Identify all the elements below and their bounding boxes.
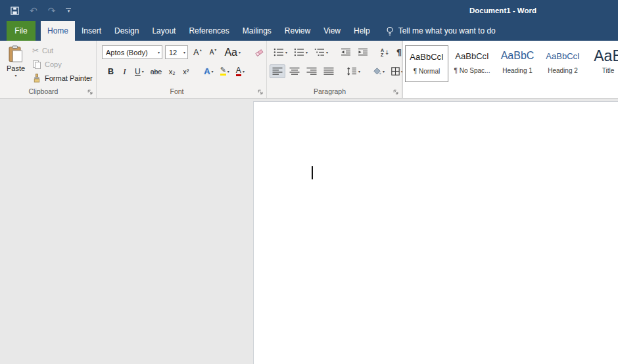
clipboard-small-buttons: ✂ Cut Copy Format Painter [30,43,95,85]
tab-review[interactable]: Review [278,21,317,41]
bullets-button[interactable]: ▾ [271,45,290,59]
font-family-dropdown-icon: ▾ [158,50,160,55]
style-no-spacing-preview: AaBbCcI [450,47,494,65]
tab-help[interactable]: Help [347,21,377,41]
align-right-button[interactable] [304,64,320,78]
font-size-value: 12 [169,49,177,57]
text-effects-dropdown-icon: ▾ [212,69,214,74]
text-effects-button[interactable]: A ▾ [201,64,216,78]
tab-home[interactable]: Home [41,21,75,41]
increase-indent-button[interactable] [355,45,371,59]
underline-label: U [135,67,141,76]
paste-button[interactable]: Paste ▾ [4,44,28,86]
sort-a-label: A [381,48,384,53]
paste-dropdown-icon[interactable]: ▾ [14,73,16,78]
style-normal-name: ¶ Normal [406,68,448,75]
font-family-combobox[interactable]: Aptos (Body) ▾ [102,45,162,59]
styles-group: AaBbCcI ¶ Normal AaBbCcI ¶ No Spac... Aa… [402,41,618,98]
font-dialog-launcher[interactable] [258,89,264,95]
tab-insert[interactable]: Insert [75,21,108,41]
text-highlight-button[interactable]: ✎ ▾ [218,64,232,78]
tab-design[interactable]: Design [108,21,145,41]
style-heading-2-name: Heading 2 [541,67,584,74]
clipboard-dialog-launcher[interactable] [87,89,93,95]
ribbon-tab-bar: File Home Insert Design Layout Reference… [0,21,618,41]
tab-layout[interactable]: Layout [145,21,182,41]
copy-label: Copy [45,60,62,68]
ribbon: Paste ▾ ✂ Cut Copy Format Painter Clipbo… [0,41,618,99]
sort-arrow-icon: ↓ [385,49,390,56]
style-heading-2-preview: AaBbCcI [541,47,584,65]
style-heading-2[interactable]: AaBbCcI Heading 2 [541,45,584,82]
strikethrough-button[interactable]: abe [148,64,165,78]
font-group-label: Font [97,87,257,95]
document-canvas[interactable] [0,99,618,364]
clear-formatting-button[interactable] [252,45,266,59]
line-spacing-button[interactable]: ▾ [344,64,363,78]
bold-button[interactable]: B [105,64,117,78]
undo-icon: ↶ [30,6,37,15]
numbering-button[interactable]: ▾ [291,45,310,59]
clipboard-group: Paste ▾ ✂ Cut Copy Format Painter Clipbo… [0,41,97,98]
align-center-button[interactable] [287,64,302,78]
style-title-name: Title [586,67,618,74]
cut-label: Cut [42,47,53,55]
justify-icon [323,67,334,76]
style-normal-preview: AaBbCcI [406,47,448,66]
style-heading-1-name: Heading 1 [496,67,539,74]
decrease-indent-icon [341,48,351,57]
change-case-dropdown-icon: ▾ [239,50,241,55]
style-normal[interactable]: AaBbCcI ¶ Normal [405,45,448,82]
save-icon [11,7,19,15]
paragraph-dialog-launcher[interactable] [393,89,399,95]
format-painter-label: Format Painter [45,74,93,82]
styles-gallery: AaBbCcI ¶ Normal AaBbCcI ¶ No Spac... Aa… [402,41,618,98]
font-color-dropdown-icon: ▾ [243,69,245,74]
multilevel-list-button[interactable]: ▾ [312,45,331,59]
tab-file[interactable]: File [7,21,36,41]
align-center-icon [289,67,300,76]
subscript-button[interactable]: x₂ [166,64,178,78]
format-painter-button[interactable]: Format Painter [30,71,95,85]
font-row-2: B I U ▾ abe x₂ x² A ▾ ✎ ▾ A [105,64,247,78]
eraser-icon [255,48,264,57]
grow-font-button[interactable]: A ▴ [191,45,204,59]
change-case-button[interactable]: Aa ▾ [222,45,243,59]
superscript-button[interactable]: x² [179,64,192,78]
decrease-indent-button[interactable] [338,45,354,59]
style-title-preview: AaB [586,47,618,65]
shrink-font-button[interactable]: A ▾ [207,45,220,59]
clipboard-group-label: Clipboard [0,87,87,95]
align-left-icon [272,67,283,76]
tab-view[interactable]: View [317,21,347,41]
titlebar: ↶ ↷ ▾ Document1 - Word [0,0,618,21]
customize-quick-access-button[interactable]: ▾ [66,8,71,14]
redo-button[interactable]: ↷ [48,6,56,15]
align-left-button[interactable] [270,64,285,78]
font-size-combobox[interactable]: 12 ▾ [165,45,188,59]
text-effects-label: A [204,66,210,76]
style-title[interactable]: AaB Title [586,45,618,82]
undo-button[interactable]: ↶ [30,6,37,15]
line-spacing-dropdown-icon: ▾ [358,69,360,74]
copy-button[interactable]: Copy [30,57,95,71]
document-page[interactable] [253,101,618,364]
borders-icon [391,67,400,76]
shrink-font-arrow-icon: ▾ [214,47,216,52]
tab-references[interactable]: References [182,21,235,41]
shading-button[interactable]: ▾ [370,64,387,78]
tell-me-box[interactable]: Tell me what you want to do [386,21,496,41]
justify-button[interactable] [321,64,337,78]
cut-button[interactable]: ✂ Cut [30,43,95,57]
italic-button[interactable]: I [118,64,131,78]
underline-button[interactable]: U ▾ [132,64,147,78]
font-color-button[interactable]: A ▾ [233,64,247,78]
paragraph-group-label: Paragraph [267,87,392,95]
tab-mailings[interactable]: Mailings [236,21,278,41]
style-no-spacing[interactable]: AaBbCcI ¶ No Spac... [450,45,494,82]
save-button[interactable] [11,7,19,15]
style-heading-1[interactable]: AaBbC Heading 1 [496,45,539,82]
sort-button[interactable]: A Z ↓ [378,45,392,59]
grow-font-arrow-icon: ▴ [200,47,202,52]
multilevel-dropdown-icon: ▾ [326,50,328,55]
